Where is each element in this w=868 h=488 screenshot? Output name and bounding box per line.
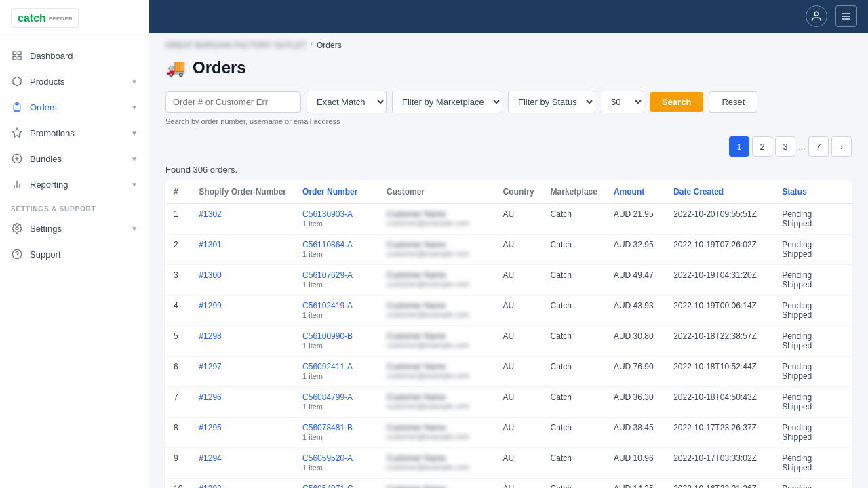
col-country: Country [495,180,542,204]
cell-num: 1 [165,204,191,235]
cell-date: 2022-10-17T03:33:02Z [665,448,774,479]
order-number-link[interactable]: C56078481-B [302,423,353,432]
logo-feeder: FEEDER [49,16,73,22]
user-icon[interactable] [806,5,827,27]
sidebar-item-promotions[interactable]: Promotions ▼ [0,120,149,146]
shopify-order-link[interactable]: #1298 [199,331,221,341]
shopify-order-link[interactable]: #1295 [199,423,221,432]
cell-shopify: #1302 [191,204,294,235]
cell-status: Pending Shipped [774,479,852,489]
page-header: 🚚 Orders [165,56,852,77]
sidebar-item-settings[interactable]: Settings ▼ [0,216,149,241]
col-status[interactable]: Status [774,180,852,204]
page-btn-1[interactable]: 1 [729,136,749,157]
customer-name: Customer Name [387,484,487,488]
page-btn-7[interactable]: 7 [808,136,829,157]
shopify-order-link[interactable]: #1293 [199,484,221,488]
cell-status: Pending Shipped [774,235,852,265]
table-header: # Shopify Order Number Order Number Cust… [165,180,852,204]
status-badge: Pending Shipped [782,301,812,320]
cell-num: 3 [165,265,191,296]
status-badge: Pending Shipped [782,453,812,472]
orders-label: Orders [30,102,57,113]
item-count: 1 item [302,433,323,441]
support-icon [11,248,23,260]
customer-name: Customer Name [387,453,487,463]
col-marketplace: Marketplace [542,180,606,204]
shopify-order-link[interactable]: #1294 [199,453,221,463]
sidebar-item-dashboard[interactable]: Dashboard [0,43,149,68]
shopify-order-link[interactable]: #1299 [199,301,221,310]
svg-rect-2 [13,56,16,60]
col-date[interactable]: Date Created [665,180,774,204]
order-number-link[interactable]: C56059520-A [302,453,353,463]
order-number-link[interactable]: C56136903-A [302,209,353,219]
item-count: 1 item [302,281,323,289]
sidebar-item-orders[interactable]: Orders ▼ [0,94,149,120]
cell-num: 7 [165,387,191,418]
table-row: 6 #1297 C56092411-A 1 item Customer Name… [165,357,852,387]
customer-name: Customer Name [387,301,487,310]
cell-status: Pending Shipped [774,448,852,479]
page-btn-2[interactable]: 2 [752,136,772,157]
svg-rect-3 [18,56,21,60]
logo[interactable]: catch FEEDER [11,8,79,28]
shopify-order-link[interactable]: #1301 [199,240,221,249]
dashboard-icon [11,49,23,62]
customer-name: Customer Name [387,209,487,219]
truck-icon: 🚚 [165,58,186,77]
promotions-icon [11,127,23,139]
menu-icon[interactable] [835,5,857,27]
order-number-link[interactable]: C56054071-C [302,484,353,488]
order-number-link[interactable]: C56107629-A [302,270,353,280]
col-amount[interactable]: Amount [606,180,665,204]
table-row: 9 #1294 C56059520-A 1 item Customer Name… [165,448,852,479]
cell-order: C56107629-A 1 item [294,265,378,296]
order-number-link[interactable]: C56102419-A [302,301,353,310]
reporting-icon [11,178,23,190]
topbar [149,0,868,33]
search-input[interactable] [165,92,301,113]
reset-button[interactable]: Reset [709,92,757,113]
support-label: Support [30,249,61,260]
order-number-link[interactable]: C56092411-A [302,362,353,371]
cell-order: C56100990-B 1 item [294,326,378,357]
order-number-link[interactable]: C56084799-A [302,392,353,402]
cell-customer: Customer Name customer@example.com [378,265,495,296]
cell-order: C56084799-A 1 item [294,387,378,418]
sidebar-item-support[interactable]: Support [0,241,149,267]
svg-rect-0 [13,52,16,55]
sidebar-item-reporting[interactable]: Reporting ▼ [0,171,149,197]
match-type-select[interactable]: Exact Match Partial Match [307,91,387,113]
shopify-order-link[interactable]: #1296 [199,392,221,402]
cell-status: Pending Shipped [774,387,852,418]
cell-status: Pending Shipped [774,204,852,235]
shopify-order-link[interactable]: #1302 [199,209,221,219]
cell-date: 2022-10-17T23:26:37Z [665,418,774,448]
order-number-link[interactable]: C56100990-B [302,331,353,341]
reporting-label: Reporting [30,180,68,190]
status-select[interactable]: Filter by Status [508,91,595,113]
cell-shopify: #1296 [191,387,294,418]
customer-email: customer@example.com [387,249,487,258]
cell-shopify: #1293 [191,479,294,489]
search-button[interactable]: Search [650,92,703,112]
sidebar-item-products[interactable]: Products ▼ [0,68,149,94]
per-page-select[interactable]: 50 25 100 [601,91,644,113]
customer-name: Customer Name [387,423,487,432]
sidebar-item-bundles[interactable]: Bundles ▼ [0,146,149,171]
table-row: 8 #1295 C56078481-B 1 item Customer Name… [165,418,852,448]
order-number-link[interactable]: C56110864-A [302,240,353,249]
cell-customer: Customer Name customer@example.com [378,296,495,326]
shopify-order-link[interactable]: #1297 [199,362,221,371]
cell-shopify: #1295 [191,418,294,448]
page-btn-3[interactable]: 3 [775,136,795,157]
cell-status: Pending Shipped [774,357,852,387]
shopify-order-link[interactable]: #1300 [199,270,221,280]
page-next-btn[interactable]: › [831,136,852,157]
table-row: 5 #1298 C56100990-B 1 item Customer Name… [165,326,852,357]
cell-amount: AUD 43.93 [606,296,665,326]
col-order[interactable]: Order Number [294,180,378,204]
marketplace-select[interactable]: Filter by Marketplace [392,91,502,113]
cell-amount: AUD 10.96 [606,448,665,479]
